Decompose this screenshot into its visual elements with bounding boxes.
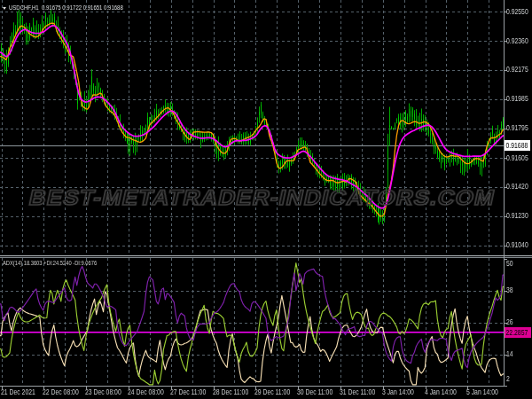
watermark-text: BEST-METATRADER-INDICATORS.COM [27, 187, 497, 211]
price-axis-label: 0.92360 [506, 37, 528, 45]
time-axis-label: 3 Jan 14:00 [382, 388, 414, 396]
time-axis-label: 28 Dec 11:00 [213, 388, 248, 396]
price-axis-label: 0.91605 [506, 154, 528, 162]
indicator-axis-label: 26 [506, 318, 513, 326]
price-box-value: 0.91688 [505, 140, 528, 151]
time-axis-label: 24 Dec 08:00 [128, 388, 164, 396]
price-axis-label: 0.91040 [506, 241, 528, 249]
price-axis-label: 0.92175 [506, 66, 528, 74]
price-axis-label: 0.92550 [506, 8, 528, 16]
one-click-trading-arrow-icon[interactable] [3, 7, 6, 10]
price-axis-label: 0.91795 [506, 124, 528, 132]
price-axis-label: 0.91985 [506, 95, 528, 103]
time-axis-label: 27 Dec 11:00 [170, 388, 206, 396]
chart-header: USDCHF,H1 0.91675 0.91722 0.91651 0.9168… [3, 4, 161, 12]
level-box-value: 22.2857 [505, 327, 528, 338]
time-axis-label: 22 Dec 08:00 [43, 388, 79, 396]
time-axis-label: 4 Jan 14:00 [425, 388, 457, 396]
indicator-level-value-box: 22.2857 [505, 327, 531, 338]
indicator-axis-label: 50 [506, 260, 513, 268]
price-axis-label: 0.91420 [506, 183, 528, 191]
indicator-axis-label: 38 [506, 286, 513, 294]
indicator-axis-label: 2 [506, 375, 510, 383]
time-axis-label: 29 Dec 11:00 [254, 388, 290, 396]
current-bid-price-box: 0.91688 [505, 140, 530, 151]
price-axis-label: 0.91230 [506, 212, 528, 220]
indicator-axis-label: 14 [506, 350, 513, 358]
mt4-chart-window: USDCHF,H1 0.91675 0.91722 0.91651 0.9168… [0, 0, 532, 399]
indicator-name-values-label: ADX(14) 18.3603 +DI:24.5240 -DI:9.0676 [3, 260, 97, 267]
time-axis-label: 21 Dec 2021 [1, 388, 35, 396]
time-axis-label: 30 Dec 11:00 [297, 388, 332, 396]
time-axis-label: 31 Dec 11:00 [340, 388, 375, 396]
symbol-ohlc-readout: USDCHF,H1 0.91675 0.91722 0.91651 0.9168… [9, 4, 123, 12]
time-axis-label: 23 Dec 08:00 [85, 388, 121, 396]
time-axis-label: 5 Jan 14:00 [466, 388, 498, 396]
